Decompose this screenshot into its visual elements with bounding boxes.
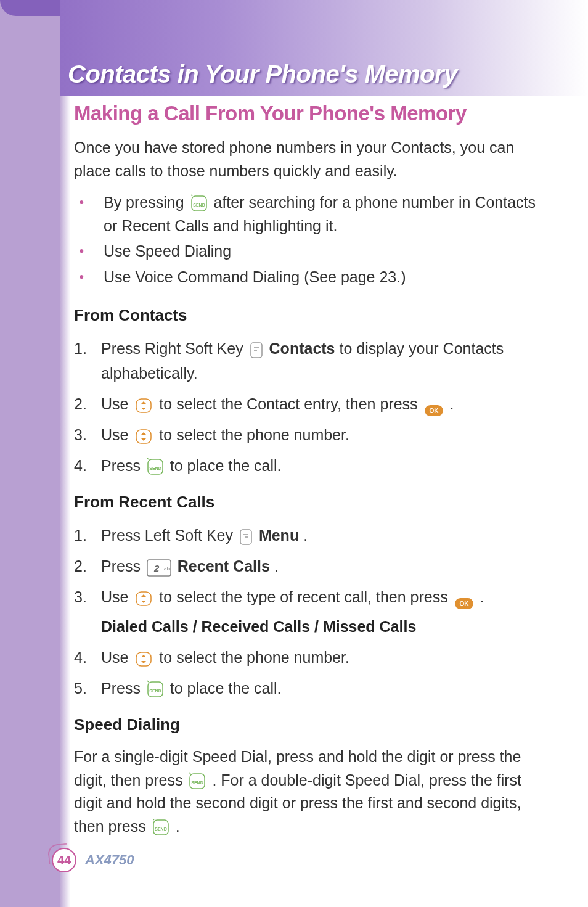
page-number: 44 (57, 853, 71, 868)
svg-rect-6 (136, 430, 151, 443)
from-contacts-heading: From Contacts (74, 306, 551, 325)
nav-updown-icon (134, 589, 153, 607)
step3-post: to select the phone number. (159, 426, 349, 443)
rstep2-pre: Press (101, 557, 145, 575)
section-heading: Making a Call From Your Phone's Memory (74, 102, 551, 125)
send-icon: SEND (147, 680, 164, 699)
bullet-item-3: Use Voice Command Dialing (See page 23.) (74, 266, 551, 289)
from-recent-heading: From Recent Calls (74, 493, 551, 512)
svg-rect-16 (136, 652, 151, 666)
recent-call-types: Dialed Calls / Received Calls / Missed C… (101, 614, 551, 639)
key-2abc-icon: 2abc (147, 559, 171, 576)
contacts-step-4: Press SEND to place the call. (74, 453, 551, 478)
page-footer: 44 AX4750 (52, 848, 134, 872)
rstep3-pre: Use (101, 588, 133, 605)
rstep2-post: . (274, 557, 279, 575)
contacts-step-3: Use to select the phone number. (74, 422, 551, 447)
bullet-item-2: Use Speed Dialing (74, 240, 551, 263)
recent-step-4: Use to select the phone number. (74, 645, 551, 670)
page-number-badge: 44 (52, 848, 76, 872)
bullet-item-1: By pressing SEND after searching for a p… (74, 191, 551, 237)
left-decorative-strip (0, 0, 60, 907)
step2-post: . (449, 395, 454, 412)
svg-text:OK: OK (429, 408, 439, 414)
intro-bullet-list: By pressing SEND after searching for a p… (74, 191, 551, 289)
bullet1-text-pre: By pressing (104, 194, 189, 211)
intro-paragraph: Once you have stored phone numbers in yo… (74, 136, 551, 183)
step2-pre: Use (101, 395, 133, 412)
right-soft-key-icon (250, 341, 263, 358)
send-icon: SEND (190, 194, 208, 213)
rstep2-bold: Recent Calls (178, 557, 270, 575)
svg-text:SEND: SEND (192, 781, 203, 785)
rstep1-post: . (303, 527, 308, 544)
rstep4-post: to select the phone number. (159, 649, 349, 666)
rstep5-pre: Press (101, 679, 145, 697)
step1-bold: Contacts (269, 340, 335, 357)
send-icon: SEND (152, 818, 169, 837)
contacts-step-1: Press Right Soft Key Contacts to display… (74, 336, 551, 385)
svg-text:SEND: SEND (149, 466, 161, 470)
ok-icon: OK (424, 399, 444, 411)
contacts-step-2: Use to select the Contact entry, then pr… (74, 392, 551, 416)
left-soft-key-icon (239, 528, 253, 545)
speed-dialing-text: For a single-digit Speed Dial, press and… (74, 745, 551, 838)
rstep1-pre: Press Left Soft Key (101, 527, 237, 544)
sd-post: . (176, 818, 180, 835)
left-strip-cap (0, 0, 60, 16)
rstep3-post: . (480, 588, 484, 605)
recent-step-2: Press 2abc Recent Calls . (74, 554, 551, 578)
step2-mid: to select the Contact entry, then press (159, 395, 422, 412)
step3-pre: Use (101, 426, 133, 443)
nav-updown-icon (134, 650, 153, 667)
nav-updown-icon (134, 427, 153, 445)
rstep5-post: to place the call. (170, 679, 282, 697)
step1-pre: Press Right Soft Key (101, 340, 248, 357)
from-recent-steps: Press Left Soft Key Menu . Press 2abc Re… (74, 523, 551, 700)
rstep4-pre: Use (101, 649, 133, 666)
svg-text:SEND: SEND (155, 827, 166, 831)
ok-icon: OK (454, 592, 474, 604)
svg-text:2: 2 (153, 563, 160, 573)
rstep1-bold: Menu (259, 527, 299, 544)
svg-text:SEND: SEND (149, 689, 161, 693)
nav-updown-icon (134, 396, 153, 414)
svg-text:SEND: SEND (193, 203, 205, 207)
svg-text:OK: OK (459, 601, 469, 607)
model-number: AX4750 (85, 852, 134, 868)
recent-step-5: Press SEND to place the call. (74, 676, 551, 700)
send-icon: SEND (147, 458, 164, 476)
svg-text:abc: abc (164, 566, 171, 572)
recent-step-3: Use to select the type of recent call, t… (74, 585, 551, 639)
send-icon: SEND (189, 772, 206, 790)
rstep3-mid: to select the type of recent call, then … (159, 588, 452, 605)
speed-dialing-heading: Speed Dialing (74, 715, 551, 734)
svg-rect-3 (136, 399, 151, 412)
from-contacts-steps: Press Right Soft Key Contacts to display… (74, 336, 551, 478)
recent-step-1: Press Left Soft Key Menu . (74, 523, 551, 548)
svg-rect-13 (136, 592, 151, 605)
page-title: Contacts in Your Phone's Memory (68, 60, 457, 88)
step4-pre: Press (101, 457, 145, 474)
step4-post: to place the call. (170, 457, 282, 474)
